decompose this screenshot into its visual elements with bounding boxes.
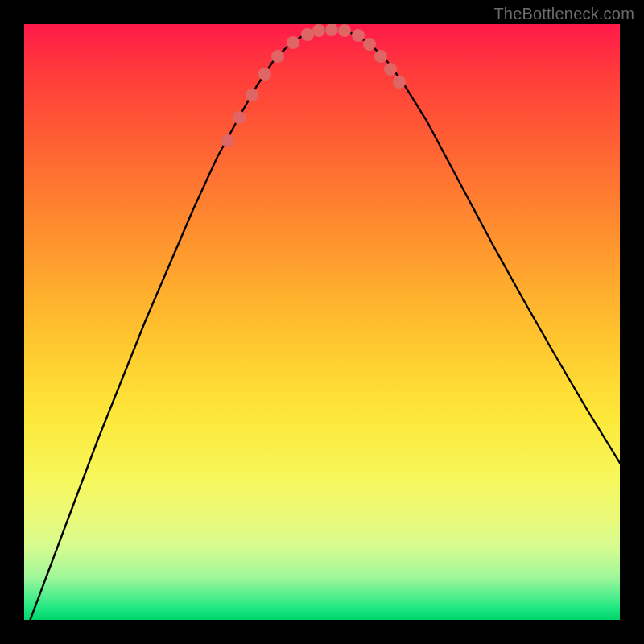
chart-marker-dot: [312, 24, 325, 37]
chart-marker-dot: [363, 38, 376, 51]
chart-marker-dot: [258, 68, 271, 80]
chart-marker-dot: [325, 24, 338, 36]
chart-markers: [221, 24, 406, 147]
chart-marker-dot: [301, 28, 314, 41]
chart-marker-dot: [352, 29, 365, 42]
chart-marker-dot: [287, 36, 299, 49]
bottleneck-curve-path: [24, 30, 620, 620]
chart-marker-dot: [221, 134, 234, 147]
chart-marker-dot: [374, 50, 387, 63]
chart-marker-dot: [233, 111, 246, 124]
watermark-text: TheBottleneck.com: [493, 5, 634, 23]
chart-marker-dot: [393, 76, 406, 89]
chart-marker-dot: [246, 89, 258, 101]
chart-marker-dot: [338, 24, 351, 37]
chart-marker-dot: [384, 63, 397, 76]
chart-marker-dot: [271, 50, 284, 63]
chart-svg: [24, 24, 620, 620]
chart-frame: [24, 24, 620, 620]
